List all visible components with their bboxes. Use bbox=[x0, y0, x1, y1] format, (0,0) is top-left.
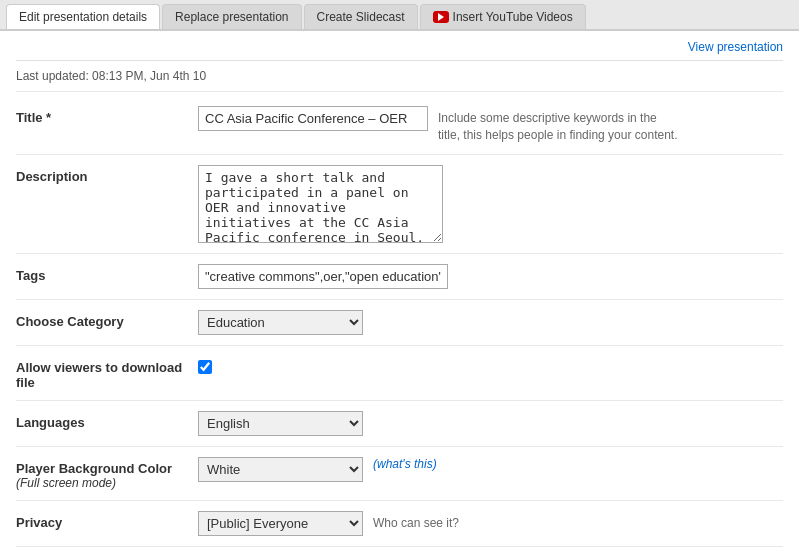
tags-row: Tags bbox=[16, 254, 783, 300]
color-control-area: White Black Gray (what's this) bbox=[198, 457, 783, 482]
tab-bar: Edit presentation details Replace presen… bbox=[0, 0, 799, 31]
description-row: Description bbox=[16, 155, 783, 254]
download-checkbox[interactable] bbox=[198, 360, 212, 374]
privacy-select[interactable]: [Public] Everyone [Private] Only Me [Fri… bbox=[198, 511, 363, 536]
category-select[interactable]: Education Technology Business Science Ar… bbox=[198, 310, 363, 335]
download-control-area bbox=[198, 356, 783, 374]
tab-replace-presentation[interactable]: Replace presentation bbox=[162, 4, 301, 29]
privacy-row: Privacy [Public] Everyone [Private] Only… bbox=[16, 501, 783, 547]
tags-input[interactable] bbox=[198, 264, 448, 289]
tags-control-area bbox=[198, 264, 783, 289]
color-label: Player Background Color (Full screen mod… bbox=[16, 457, 186, 490]
privacy-control-area: [Public] Everyone [Private] Only Me [Fri… bbox=[198, 511, 783, 536]
category-label: Choose Category bbox=[16, 310, 186, 329]
license-row: Choose a license CC Attribution License … bbox=[16, 547, 783, 555]
download-row: Allow viewers to download file bbox=[16, 346, 783, 401]
title-input[interactable] bbox=[198, 106, 428, 131]
last-updated: Last updated: 08:13 PM, Jun 4th 10 bbox=[16, 61, 783, 92]
title-hint: Include some descriptive keywords in the… bbox=[438, 106, 678, 144]
languages-control-area: English Spanish French German Chinese bbox=[198, 411, 783, 436]
title-row: Title * Include some descriptive keyword… bbox=[16, 96, 783, 155]
description-label: Description bbox=[16, 165, 186, 184]
color-select[interactable]: White Black Gray bbox=[198, 457, 363, 482]
tags-label: Tags bbox=[16, 264, 186, 283]
whats-this-link[interactable]: (what's this) bbox=[373, 457, 437, 471]
youtube-icon bbox=[433, 11, 449, 23]
download-label: Allow viewers to download file bbox=[16, 356, 186, 390]
title-control-area: Include some descriptive keywords in the… bbox=[198, 106, 783, 144]
privacy-hint: Who can see it? bbox=[373, 511, 459, 530]
view-presentation-row: View presentation bbox=[16, 31, 783, 61]
title-label: Title * bbox=[16, 106, 186, 125]
privacy-label: Privacy bbox=[16, 511, 186, 530]
category-row: Choose Category Education Technology Bus… bbox=[16, 300, 783, 346]
content-area: View presentation Last updated: 08:13 PM… bbox=[0, 31, 799, 555]
category-control-area: Education Technology Business Science Ar… bbox=[198, 310, 783, 335]
description-control-area bbox=[198, 165, 783, 243]
color-row: Player Background Color (Full screen mod… bbox=[16, 447, 783, 501]
description-textarea[interactable] bbox=[198, 165, 443, 243]
tab-create-slidecast[interactable]: Create Slidecast bbox=[304, 4, 418, 29]
tab-insert-youtube[interactable]: Insert YouTube Videos bbox=[420, 4, 586, 29]
languages-row: Languages English Spanish French German … bbox=[16, 401, 783, 447]
languages-label: Languages bbox=[16, 411, 186, 430]
languages-select[interactable]: English Spanish French German Chinese bbox=[198, 411, 363, 436]
tab-edit-presentation[interactable]: Edit presentation details bbox=[6, 4, 160, 29]
view-presentation-link[interactable]: View presentation bbox=[688, 40, 783, 54]
